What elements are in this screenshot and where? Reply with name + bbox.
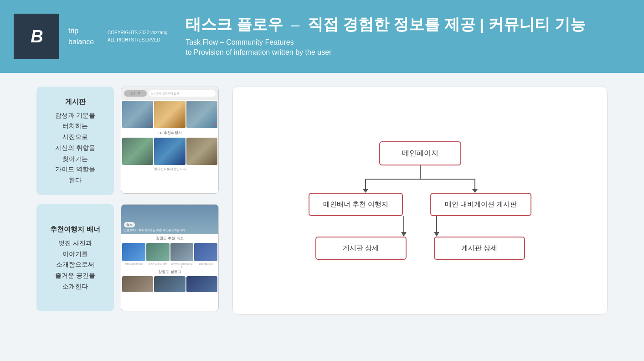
mockup2-blog3 [186,276,217,292]
mockup1-pill: 도시 ▼ [124,90,147,97]
header-title-block: 태스크 플로우 – 직접 경험한 정보를 제공 | 커뮤니티 기능 Task F… [185,15,630,58]
flow-node-right: 메인 내비게이션 게시판 [430,193,531,216]
mockup2-grid [121,242,218,262]
flow-chart-panel: 메인페이지 [232,87,608,315]
mockup2-labels: 강원도리조트 펭귄 강원수리조드 펜션 대한변인 의하여의 부스 강원 세터공당 [121,262,218,268]
heart-icon-1: ♥ [149,122,151,127]
mockup2-header: 숙소 강원도에서 자주 찾아오는 예쁜 숙소를 소개합니다 [121,205,218,234]
title-dash: – [291,15,299,33]
flow-node-left: 메인배너 추천 여행지 [309,193,403,216]
header-subtitle: Task Flow – Community Features to Provis… [185,37,630,58]
logo-box: B [14,14,59,59]
mockup1-topbar: 도시 ▼ 소스에서 검색하여 입력 [121,87,218,100]
mockup2-tag: 숙소 [124,222,135,227]
title-korean: 태스크 플로우 [185,15,283,33]
copyright-line1: COPYRIGHTS 2022 vozzang [108,30,167,35]
mockup1-img2 [154,101,185,128]
logo-icon: B [31,27,42,46]
mockup1-bottom: 한라산뒤뜰사진입니다 [121,166,218,172]
mockup2-section2: 강원도 블로그 [121,268,218,275]
svg-marker-3 [363,189,368,193]
mockup-2: 숙소 강원도에서 자주 찾아오는 예쁜 숙소를 소개합니다 강원도 추천 숙소 … [121,204,219,311]
flow-nodes-middle: 메인배너 추천 여행지 메인 내비게이션 게시판 [309,193,532,216]
brand-name: trip balance [68,26,94,47]
copyright: COPYRIGHTS 2022 vozzang ALL RIGHTS RESER… [108,29,167,44]
mockup1-search: 소스에서 검색하여 입력 [149,90,216,97]
mockup2-label1: 강원도리조트 펭귄 [122,263,145,268]
copyright-line2: ALL RIGHTS RESERVED. [108,37,161,42]
mockup2-img4 [194,243,217,261]
mockup2-blog [121,275,218,293]
text-card-1: 게시판 감성과 기분을터치하는사진으로자신의 취향을찾아가는가이드 역할을한다 [36,87,114,195]
subtitle-line2: to Provision of information written by t… [185,48,331,56]
mockup2-label4: 강원 세터공당 [194,263,217,268]
mockup2-desc: 강원도에서 자주 찾아오는 예쁜 숙소를 소개합니다 [124,228,185,232]
arrow-svg-left [401,216,407,237]
arrow-svg-right [434,216,439,237]
text-card-2: 추천여행지 배너 멋진 사진과이야기를소개함으로써즐거운 공간을소개한다 [36,204,114,311]
mockup2-label3: 대한변인 의하여의 부스 [170,263,194,268]
mockup-1: 도시 ▼ 소스에서 검색하여 입력 ♥ ♥ TB 추천여행지 [121,87,219,194]
content-area: 게시판 감성과 기분을터치하는사진으로자신의 취향을찾아가는가이드 역할을한다 … [0,73,644,328]
header-title-main: 태스크 플로우 – 직접 경험한 정보를 제공 | 커뮤니티 기능 [185,15,630,34]
card1-desc: 감성과 기분을터치하는사진으로자신의 취향을찾아가는가이드 역할을한다 [55,110,95,186]
svg-marker-9 [434,232,439,237]
mockup2-label2: 강원수리조드 펜션 [146,263,170,268]
svg-marker-7 [401,232,407,237]
mockup2-img1 [122,243,145,261]
arrows-middle [311,216,530,237]
mockup1-img6 [186,138,217,165]
flow-node-main: 메인페이지 [379,141,461,165]
mockup2-img3 [170,243,194,261]
svg-marker-5 [472,189,478,193]
card2-title: 추천여행지 배너 [50,223,100,235]
mockup1-img5 [154,138,185,165]
card-row-1: 게시판 감성과 기분을터치하는사진으로자신의 취향을찾아가는가이드 역할을한다 … [36,87,219,195]
heart-icon-2: ♥ [213,122,216,127]
mockup2-img2 [146,243,170,261]
card1-title: 게시판 [65,96,86,108]
arrow-right [434,216,439,237]
mockup2-blog2 [154,276,185,292]
flow-nodes-bottom: 게시판 상세 게시판 상세 [315,237,525,260]
flow-node-bottom-left: 게시판 상세 [315,237,407,260]
branch-svg-top [311,165,530,193]
subtitle-line1: Task Flow – Community Features [185,38,294,46]
brand-trip: trip [68,26,94,36]
branch-connector-top [311,165,530,193]
mockup1-imgrow: ♥ ♥ [121,100,218,129]
mockup1-img1: ♥ [122,101,153,128]
left-panel: 게시판 감성과 기분을터치하는사진으로자신의 취향을찾아가는가이드 역할을한다 … [36,87,219,311]
mockup1-img3: ♥ [186,101,217,128]
brand-balance: balance [68,36,94,47]
card-row-2: 추천여행지 배너 멋진 사진과이야기를소개함으로써즐거운 공간을소개한다 숙소 … [36,204,219,311]
title-rest: 직접 경험한 정보를 제공 | 커뮤니티 기능 [308,15,586,33]
mockup1-section: TB 추천여행지 [121,129,218,137]
card2-desc: 멋진 사진과이야기를소개함으로써즐거운 공간을소개한다 [55,238,95,292]
arrow-left [401,216,407,237]
flow-node-bottom-right: 게시판 상세 [434,237,525,260]
header: B trip balance COPYRIGHTS 2022 vozzang A… [0,0,644,73]
mockup1-img4 [122,138,153,165]
mockup2-section1: 강원도 추천 숙소 [121,234,218,242]
flowchart: 메인페이지 [251,141,589,260]
mockup2-blog1 [122,276,153,292]
mockup1-imgrow2 [121,137,218,166]
